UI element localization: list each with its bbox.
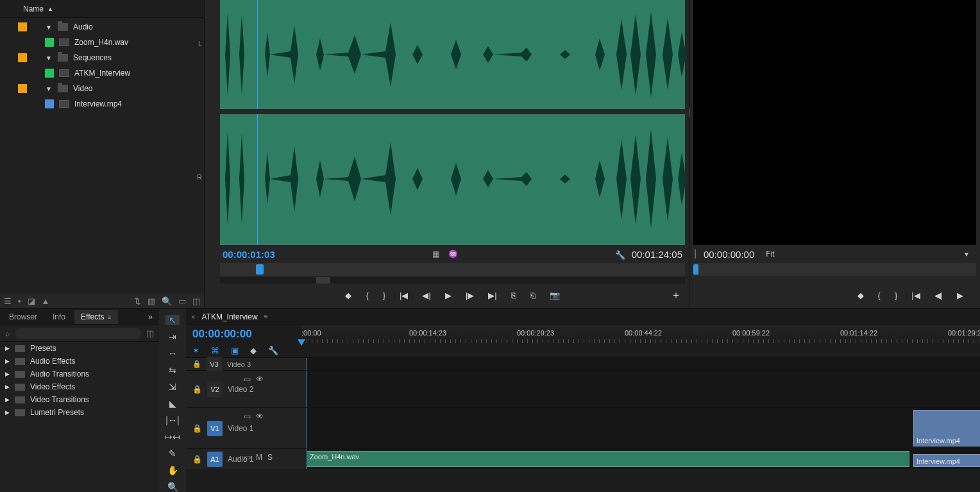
track-body-a1[interactable]: Zoom_H4n.wav Interview.mp4 [307, 449, 980, 469]
track-select-forward-tool-icon[interactable]: ⇥ [165, 332, 180, 342]
program-zoom-fit[interactable]: Fit [766, 250, 774, 259]
go-to-in-icon[interactable]: |◀ [911, 291, 920, 300]
sort-icon[interactable]: ⇅ [134, 296, 141, 306]
tab-info[interactable]: Info [46, 310, 72, 324]
new-bin-icon[interactable]: ▭ [178, 296, 186, 306]
pen-tool-icon[interactable]: ✎ [165, 448, 180, 459]
settings-wrench-icon[interactable]: 🔧 [615, 250, 625, 260]
track-head-a1[interactable]: 🔒 A1 Audio 1 ▭ M S [186, 449, 307, 469]
program-tc[interactable]: 00:00:00:00 [704, 249, 754, 260]
insert-icon[interactable]: ⎘ [511, 291, 516, 300]
close-tab-icon[interactable]: × [191, 313, 195, 321]
button-editor-icon[interactable]: ＋ [671, 289, 681, 302]
track-mute-icon[interactable]: M [256, 453, 262, 462]
step-forward-icon[interactable]: |▶ [466, 291, 474, 300]
program-scrub-handle[interactable] [693, 264, 698, 275]
export-frame-icon[interactable]: 📷 [550, 291, 560, 300]
track-solo-icon[interactable]: S [267, 453, 273, 462]
effects-folder-audio-effects[interactable]: ▶ Audio Effects [0, 355, 159, 368]
program-view[interactable] [693, 0, 976, 245]
timeline-tc[interactable]: 00:00:00:00 [186, 328, 301, 341]
list-view-icon[interactable]: ☰ [4, 296, 12, 306]
project-header-name[interactable]: Name ▲ [0, 0, 204, 18]
go-to-out-icon[interactable]: ▶| [488, 291, 496, 300]
tree-folder-sequences[interactable]: ▼ Sequences [0, 50, 204, 65]
timeline-settings-icon[interactable]: 🔧 [268, 346, 278, 355]
go-to-in-icon[interactable]: |◀ [400, 291, 408, 300]
tree-folder-audio[interactable]: ▼ Audio [0, 19, 204, 35]
source-tc-in[interactable]: 00:00:01:03 [220, 249, 275, 260]
slide-tool-icon[interactable]: ↦↤ [165, 432, 180, 442]
overwrite-icon[interactable]: ⎗ [530, 291, 536, 300]
mark-out-icon[interactable]: } [383, 291, 385, 300]
add-marker-icon[interactable]: ◆ [858, 291, 864, 300]
rate-stretch-tool-icon[interactable]: ⇲ [165, 382, 180, 392]
razor-tool-icon[interactable]: ◣ [165, 398, 180, 409]
mark-out-icon[interactable]: } [895, 291, 897, 300]
panel-overflow-icon[interactable]: » [144, 312, 156, 321]
effects-folder-audio-transitions[interactable]: ▶ Audio Transitions [0, 368, 159, 380]
lock-icon[interactable]: 🔒 [192, 455, 202, 464]
linked-selection-icon[interactable]: ⌘ [211, 346, 219, 355]
icon-view-icon[interactable]: ▪ [18, 296, 21, 306]
timeline-ruler[interactable]: :00:0000:00:14:2300:00:29:2300:00:44:220… [301, 325, 980, 343]
hand-tool-icon[interactable]: ✋ [165, 465, 180, 475]
tree-file-atkm-interview[interactable]: ATKM_Interview [0, 65, 204, 81]
snap-icon[interactable]: ✶ [192, 346, 199, 355]
automate-icon[interactable]: ▥ [148, 296, 155, 306]
program-zoom-caret-icon[interactable]: ▾ [965, 250, 968, 259]
track-badge-a1[interactable]: A1 [207, 452, 223, 467]
marker-icon[interactable]: ◆ [250, 346, 257, 355]
lock-icon[interactable]: 🔒 [192, 424, 202, 433]
clip-interview-a1[interactable]: Interview.mp4 [913, 454, 980, 467]
selection-tool-icon[interactable]: ↖ [165, 315, 180, 325]
ripple-edit-tool-icon[interactable]: ↔ [165, 348, 180, 359]
track-output-icon[interactable]: ▭ [244, 375, 251, 384]
track-output-icon[interactable]: ▭ [244, 412, 251, 421]
track-badge-v2[interactable]: V2 [207, 382, 223, 397]
clip-interview-v1[interactable]: Interview.mp4 [913, 410, 980, 446]
add-marker-icon[interactable]: ▣ [231, 346, 239, 355]
effects-folder-presets[interactable]: ▶ Presets [0, 342, 159, 355]
mark-in-icon[interactable]: { [366, 291, 368, 300]
track-body-v3[interactable] [307, 358, 980, 370]
track-head-v1[interactable]: 🔒 V1 Video 1 ▭ 👁 [186, 408, 307, 448]
mark-in-icon[interactable]: { [878, 291, 881, 300]
add-marker-icon[interactable]: ◆ [345, 291, 351, 300]
step-back-icon[interactable]: ◀| [422, 291, 430, 300]
track-badge-v1[interactable]: V1 [207, 421, 223, 436]
caret-down-icon[interactable]: ▼ [45, 85, 53, 92]
caret-down-icon[interactable]: ▼ [45, 55, 53, 62]
effects-folder-video-transitions[interactable]: ▶ Video Transitions [0, 393, 159, 406]
track-output-icon[interactable]: ▭ [244, 453, 251, 462]
tree-file-zoom-h4n[interactable]: Zoom_H4n.wav [0, 35, 204, 50]
timeline-playhead-handle[interactable] [298, 339, 305, 346]
source-scrub-bar[interactable] [220, 263, 685, 276]
source-zoom-bar[interactable] [220, 277, 685, 284]
new-custom-bin-icon[interactable]: ◫ [146, 328, 154, 338]
rolling-edit-tool-icon[interactable]: ⇆ [165, 365, 180, 375]
step-back-icon[interactable]: ◀| [934, 291, 943, 300]
timeline-tab[interactable]: × ATKM_Interview ≡ [186, 309, 980, 325]
caret-down-icon[interactable]: ▼ [45, 24, 53, 31]
panel-menu-icon[interactable]: ≡ [264, 313, 268, 320]
clip-zoom-h4n-a1[interactable]: Zoom_H4n.wav [307, 451, 909, 467]
track-head-v2[interactable]: 🔒 V2 Video 2 ▭ 👁 [186, 371, 307, 407]
program-scrub-bar[interactable] [693, 263, 976, 276]
track-eye-icon[interactable]: 👁 [256, 375, 264, 384]
zoom-tool-icon[interactable]: 🔍 [165, 482, 180, 492]
effects-folder-video-effects[interactable]: ▶ Video Effects [0, 380, 159, 393]
freeform-view-icon[interactable]: ◪ [28, 296, 35, 306]
thumbnail-slider-icon[interactable]: ▲ [42, 296, 50, 306]
new-item-icon[interactable]: ◫ [192, 296, 200, 306]
tree-file-interview-mp4[interactable]: Interview.mp4 [0, 96, 204, 112]
track-eye-icon[interactable]: 👁 [256, 412, 264, 421]
panel-menu-icon[interactable]: ≡ [108, 314, 112, 321]
track-badge-v3[interactable]: V3 [207, 357, 222, 372]
tree-folder-video[interactable]: ▼ Video [0, 81, 204, 96]
track-head-v3[interactable]: 🔒 V3 Video 3 [186, 358, 307, 370]
track-body-v2[interactable] [307, 371, 980, 407]
play-icon[interactable]: ▶ [957, 291, 963, 300]
tab-browser[interactable]: Browser [3, 310, 44, 324]
lock-icon[interactable]: 🔒 [192, 360, 201, 368]
